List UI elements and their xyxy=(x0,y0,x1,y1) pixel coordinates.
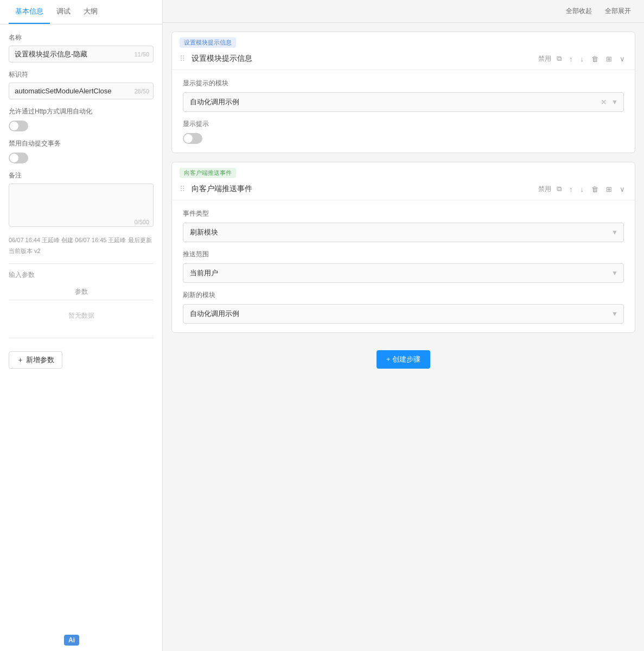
steps-content: 设置模块提示信息 ⠿ 设置模块提示信息 禁用 ⧉ ↑ ↓ 🗑 ⊞ ∨ 显示提示的… xyxy=(163,23,644,651)
step1-tag-row: 设置模块提示信息 xyxy=(172,32,635,48)
step2-duplicate-icon[interactable]: ⊞ xyxy=(604,184,614,194)
create-step-area: + 创建步骤 xyxy=(171,346,635,369)
step1-body: 显示提示的模块 自动化调用示例 ✕ ▼ 显示提示 xyxy=(172,70,635,153)
step1-disable-btn[interactable]: 禁用 xyxy=(538,54,551,64)
step2-delete-icon[interactable]: 🗑 xyxy=(589,184,601,194)
identifier-input[interactable] xyxy=(9,83,154,99)
step1-field1-select-wrapper: 自动化调用示例 ✕ ▼ xyxy=(183,92,624,112)
identifier-char-count: 28/50 xyxy=(134,88,149,94)
collapse-all-btn[interactable]: 全部收起 xyxy=(562,4,596,18)
tab-outline[interactable]: 大纲 xyxy=(77,0,104,24)
remarks-label: 备注 xyxy=(9,171,154,180)
step2-title: 向客户端推送事件 xyxy=(192,184,534,194)
step1-expand-icon[interactable]: ∨ xyxy=(617,54,627,64)
http-toggle-row xyxy=(9,121,154,131)
identifier-label: 标识符 xyxy=(9,70,154,79)
left-panel: 基本信息 调试 大纲 名称 11/50 标识符 28/50 允许通过Http方式… xyxy=(0,0,163,651)
empty-data: 暂无数据 xyxy=(9,300,154,331)
divider-2 xyxy=(9,338,154,338)
disable-tx-toggle[interactable] xyxy=(9,153,28,163)
step1-copy-icon[interactable]: ⧉ xyxy=(554,53,564,64)
disable-tx-toggle-row xyxy=(9,153,154,163)
step2-range-chevron-icon: ▼ xyxy=(611,269,618,277)
step2-field1-wrapper: 刷新模块 ▼ xyxy=(183,223,624,242)
right-panel: 全部收起 全部展开 设置模块提示信息 ⠿ 设置模块提示信息 禁用 ⧉ ↑ ↓ 🗑… xyxy=(163,0,644,651)
disable-tx-label: 禁用自动提交事务 xyxy=(9,139,154,148)
divider-1 xyxy=(9,263,154,264)
step-block-2: 向客户端推送事件 ⠿ 向客户端推送事件 禁用 ⧉ ↑ ↓ 🗑 ⊞ ∨ 事件类型 xyxy=(171,162,635,333)
step2-refresh-chevron-icon: ▼ xyxy=(611,310,618,318)
step2-copy-icon[interactable]: ⧉ xyxy=(554,184,564,194)
step2-field3-label: 刷新的模块 xyxy=(183,290,624,300)
step2-down-icon[interactable]: ↓ xyxy=(578,184,586,194)
name-label: 名称 xyxy=(9,33,154,42)
step1-title: 设置模块提示信息 xyxy=(192,54,534,64)
step1-down-icon[interactable]: ↓ xyxy=(578,54,586,64)
step1-duplicate-icon[interactable]: ⊞ xyxy=(604,54,614,64)
step1-actions: 禁用 ⧉ ↑ ↓ 🗑 ⊞ ∨ xyxy=(538,53,627,64)
step1-delete-icon[interactable]: 🗑 xyxy=(589,54,601,64)
left-form-content: 名称 11/50 标识符 28/50 允许通过Http方式调用自动化 禁用自动提… xyxy=(0,24,162,651)
meta-created: 06/07 16:44 王延峰 创建 06/07 16:45 王延峰 最后更新 xyxy=(9,235,154,246)
step2-event-type-value: 刷新模块 xyxy=(190,227,218,237)
step1-drag-handle[interactable]: ⠿ xyxy=(180,54,185,63)
add-btn-label: 新增参数 xyxy=(26,355,54,365)
step2-header: ⠿ 向客户端推送事件 禁用 ⧉ ↑ ↓ 🗑 ⊞ ∨ xyxy=(172,178,635,200)
meta-info: 06/07 16:44 王延峰 创建 06/07 16:45 王延峰 最后更新 … xyxy=(9,235,154,257)
step2-tag-row: 向客户端推送事件 xyxy=(172,162,635,178)
step1-field1-label: 显示提示的模块 xyxy=(183,79,624,88)
name-input-wrapper: 11/50 xyxy=(9,46,154,62)
expand-all-btn[interactable]: 全部展开 xyxy=(601,4,635,18)
step1-show-toggle[interactable] xyxy=(183,133,202,144)
step1-module-select-value: 自动化调用示例 xyxy=(190,97,239,107)
param-table-header: 参数 xyxy=(9,284,154,300)
ai-badge: Ai xyxy=(64,635,79,646)
add-param-button[interactable]: ＋ 新增参数 xyxy=(9,351,62,369)
step2-up-icon[interactable]: ↑ xyxy=(567,184,575,194)
remarks-wrapper: 0/500 xyxy=(9,184,154,229)
step2-refresh-module-select[interactable]: 自动化调用示例 ▼ xyxy=(183,304,624,324)
step2-event-type-select[interactable]: 刷新模块 ▼ xyxy=(183,223,624,242)
step-block-1: 设置模块提示信息 ⠿ 设置模块提示信息 禁用 ⧉ ↑ ↓ 🗑 ⊞ ∨ 显示提示的… xyxy=(171,31,635,153)
step2-disable-btn[interactable]: 禁用 xyxy=(538,185,551,194)
remarks-textarea[interactable] xyxy=(9,184,154,227)
http-label: 允许通过Http方式调用自动化 xyxy=(9,107,154,116)
step2-drag-handle[interactable]: ⠿ xyxy=(180,185,185,193)
step1-tag: 设置模块提示信息 xyxy=(180,37,236,48)
step2-body: 事件类型 刷新模块 ▼ 推送范围 当前用户 ▼ 刷新的模块 xyxy=(172,200,635,332)
remarks-char-count: 0/500 xyxy=(134,219,149,225)
step2-field3-wrapper: 自动化调用示例 ▼ xyxy=(183,304,624,324)
add-icon: ＋ xyxy=(17,355,24,365)
step1-module-select[interactable]: 自动化调用示例 ✕ ▼ xyxy=(183,92,624,112)
step2-field2-wrapper: 当前用户 ▼ xyxy=(183,263,624,283)
step1-module-chevron-icon: ▼ xyxy=(611,98,618,106)
step1-module-clear-icon[interactable]: ✕ xyxy=(601,98,607,106)
step2-field1-label: 事件类型 xyxy=(183,209,624,218)
create-step-button[interactable]: + 创建步骤 xyxy=(377,350,430,369)
name-char-count: 11/50 xyxy=(134,51,149,58)
name-input[interactable] xyxy=(9,46,154,62)
step2-expand-icon[interactable]: ∨ xyxy=(617,184,627,194)
step1-toggle-row xyxy=(183,133,624,144)
right-toolbar: 全部收起 全部展开 xyxy=(163,0,644,23)
step2-tag: 向客户端推送事件 xyxy=(180,168,236,178)
step2-push-range-select[interactable]: 当前用户 ▼ xyxy=(183,263,624,283)
tab-basic[interactable]: 基本信息 xyxy=(9,0,50,24)
step2-event-chevron-icon: ▼ xyxy=(611,229,618,236)
step1-header: ⠿ 设置模块提示信息 禁用 ⧉ ↑ ↓ 🗑 ⊞ ∨ xyxy=(172,48,635,70)
step1-up-icon[interactable]: ↑ xyxy=(567,54,575,64)
input-params-label: 输入参数 xyxy=(9,270,154,280)
step2-actions: 禁用 ⧉ ↑ ↓ 🗑 ⊞ ∨ xyxy=(538,184,627,194)
step2-refresh-module-value: 自动化调用示例 xyxy=(190,309,239,319)
tabs-bar: 基本信息 调试 大纲 xyxy=(0,0,162,24)
http-toggle[interactable] xyxy=(9,121,28,131)
tab-debug[interactable]: 调试 xyxy=(50,0,77,24)
param-col-header: 参数 xyxy=(9,287,154,296)
step2-push-range-value: 当前用户 xyxy=(190,268,218,278)
step1-field2-label: 显示提示 xyxy=(183,119,624,129)
step2-field2-label: 推送范围 xyxy=(183,250,624,259)
identifier-input-wrapper: 28/50 xyxy=(9,83,154,99)
meta-version: 当前版本 v2 xyxy=(9,246,154,257)
